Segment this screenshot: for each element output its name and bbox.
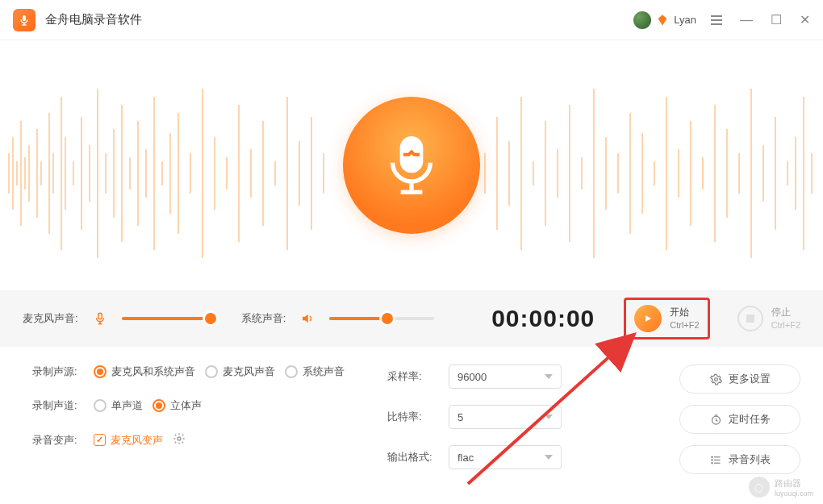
recording-source-label: 录制声源: [32,364,84,379]
bit-rate-label: 比特率: [387,410,439,424]
svg-rect-30 [202,89,203,258]
svg-rect-66 [787,161,788,185]
voice-change-checkbox[interactable]: 麦克风变声 [94,433,163,448]
svg-rect-56 [666,97,667,250]
svg-rect-12 [52,153,54,194]
start-recording-button[interactable]: 开始 Ctrl+F2 [624,298,709,339]
svg-rect-20 [113,129,115,218]
recording-timer: 00:00:00 [491,305,595,332]
watermark-icon: ◯ [749,477,770,498]
svg-rect-31 [214,137,215,210]
svg-rect-44 [520,97,522,250]
bit-rate-row: 比特率: 5 [387,405,662,429]
svg-rect-14 [65,137,66,210]
svg-rect-55 [654,161,655,185]
mic-volume-slider[interactable] [122,317,211,320]
svg-rect-6 [20,121,22,226]
app-title: 金舟电脑录音软件 [45,12,142,27]
svg-rect-9 [36,129,38,218]
svg-rect-10 [40,161,42,185]
svg-point-76 [178,437,181,440]
svg-rect-52 [617,153,619,194]
svg-rect-7 [24,157,26,190]
svg-rect-40 [323,153,324,194]
stop-label: 停止 [771,306,800,319]
stop-icon [737,306,763,331]
output-format-row: 输出格式: flac [387,445,662,469]
close-button[interactable]: ✕ [800,14,810,27]
svg-rect-69 [811,153,813,194]
svg-rect-61 [726,129,728,218]
channel-option-stereo[interactable]: 立体声 [152,398,202,413]
svg-rect-28 [178,113,179,234]
stop-recording-button[interactable]: 停止 Ctrl+F2 [737,306,800,331]
timed-task-button[interactable]: 定时任务 [679,405,800,434]
start-shortcut: Ctrl+F2 [670,319,699,331]
minimize-button[interactable]: ― [740,14,753,27]
speaker-icon [300,311,315,326]
svg-rect-43 [508,141,510,206]
svg-rect-0 [23,15,26,21]
microphone-icon [93,311,107,326]
svg-rect-21 [121,105,123,242]
system-volume-label: 系统声音: [241,311,286,326]
svg-rect-22 [129,157,131,190]
svg-rect-63 [750,89,752,258]
svg-rect-38 [299,141,300,206]
svg-rect-59 [702,157,704,190]
svg-rect-53 [629,113,631,234]
user-avatar [633,11,651,29]
svg-rect-33 [238,105,240,242]
clock-icon [710,414,722,426]
svg-rect-62 [738,153,740,194]
svg-point-77 [714,377,717,381]
app-icon [13,9,36,31]
svg-rect-50 [593,89,595,258]
system-volume-slider[interactable] [329,317,434,320]
channel-option-mono[interactable]: 单声道 [94,398,143,413]
settings-panel: 录制声源: 麦克风和系统声音 麦克风声音 系统声音 录制声道: 单声道 [0,347,823,474]
svg-rect-51 [605,137,607,210]
start-label: 开始 [670,306,699,319]
svg-rect-46 [545,121,546,226]
svg-rect-26 [161,161,163,185]
svg-rect-23 [137,121,139,226]
stop-shortcut: Ctrl+F2 [771,319,800,331]
username: Lyan [674,14,696,26]
more-settings-button[interactable]: 更多设置 [679,364,800,394]
user-area[interactable]: Lyan [633,11,696,29]
maximize-button[interactable]: ☐ [771,14,782,27]
svg-rect-34 [250,149,252,198]
output-format-select[interactable]: flac [449,445,562,469]
svg-rect-60 [714,105,716,242]
svg-rect-4 [12,137,14,210]
svg-rect-13 [61,97,62,250]
voice-change-row: 录音变声: 麦克风变声 [32,432,387,448]
svg-point-82 [711,456,712,457]
recording-list-button[interactable]: 录音列表 [679,445,800,474]
svg-rect-68 [803,97,804,250]
vip-diamond-icon [656,14,669,27]
svg-rect-3 [8,153,10,194]
svg-rect-8 [28,145,30,202]
channel-row: 录制声道: 单声道 立体声 [32,398,387,413]
menu-button[interactable] [711,15,722,25]
sample-rate-select[interactable]: 96000 [449,364,562,389]
play-icon [634,305,662,332]
bit-rate-select[interactable]: 5 [449,405,562,429]
source-option-mic[interactable]: 麦克风声音 [205,364,275,379]
svg-rect-35 [262,121,264,226]
svg-rect-29 [190,153,191,194]
svg-rect-25 [153,97,155,250]
svg-rect-41 [484,153,486,194]
microphone-emblem [343,97,480,234]
voice-change-settings-icon[interactable] [173,432,186,448]
svg-rect-16 [81,117,82,230]
recording-source-row: 录制声源: 麦克风和系统声音 麦克风声音 系统声音 [32,364,387,379]
svg-rect-49 [581,157,583,190]
source-option-both[interactable]: 麦克风和系统声音 [94,364,195,379]
svg-rect-17 [89,145,90,202]
source-option-sys[interactable]: 系统声音 [285,364,345,379]
mic-volume-label: 麦克风声音: [23,311,78,326]
svg-rect-58 [690,121,691,226]
